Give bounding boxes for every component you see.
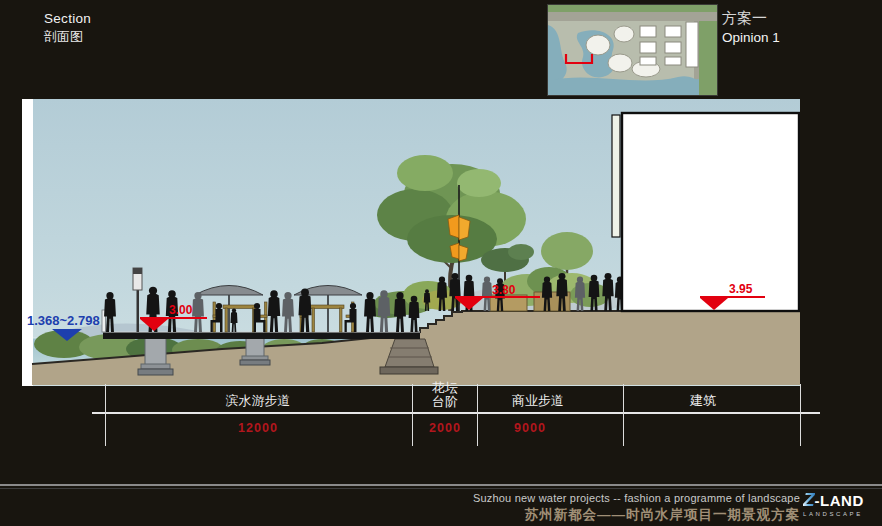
building-level-marker-icon (700, 298, 728, 310)
segment-label-planter-steps: 花坛台阶 (431, 381, 459, 409)
footer-project-title: Suzhou new water projects -- fashion a p… (473, 492, 800, 524)
logo-z-mark: Z (803, 491, 815, 508)
siteplan-thumbnail (547, 4, 718, 96)
logo-wordmark: -LAND (815, 492, 864, 509)
building-level-label: 3.95 (729, 282, 752, 296)
building-block (622, 113, 799, 311)
dimension-tick (105, 384, 106, 446)
water-level-label: 1.368~2.798 (27, 313, 100, 328)
scheme-name-chinese: 方案一 (722, 9, 780, 28)
dimension-tick (623, 384, 624, 446)
deck-level-label: 3.00 (169, 303, 192, 317)
dimension-tick (477, 384, 478, 446)
terrace-level-label: 3.80 (492, 283, 515, 297)
deck-level-marker-icon (140, 319, 168, 331)
dimension-line (92, 412, 820, 414)
title-chinese: 剖面图 (44, 28, 91, 46)
siteplan-graphic (548, 5, 717, 95)
footer-title-english: Suzhou new water projects -- fashion a p… (473, 492, 800, 504)
page-title: Section 剖面图 (44, 11, 91, 46)
segment-value-waterfront-walk: 12000 (238, 421, 278, 435)
logo-subtitle: LANDSCAPE (803, 511, 877, 517)
segment-label-waterfront-walk: 滨水游步道 (226, 392, 291, 410)
dimension-tick (800, 384, 801, 446)
scheme-name-english: Opinion 1 (722, 30, 780, 45)
footer-title-chinese: 苏州新都会——时尚水岸项目一期景观方案 (473, 506, 800, 524)
segment-value-commercial-walk: 9000 (514, 421, 546, 435)
title-english: Section (44, 11, 91, 26)
segment-value-planter-steps: 2000 (429, 421, 461, 435)
footer-divider (0, 484, 882, 486)
segment-label-commercial-walk: 商业步道 (512, 392, 564, 410)
building-sign-panel (612, 115, 620, 237)
dimension-tick (412, 384, 413, 446)
water-level-marker-icon (52, 329, 82, 341)
scheme-label: 方案一 Opinion 1 (722, 9, 780, 45)
terrace-level-marker-icon (455, 298, 483, 310)
deck (103, 332, 420, 339)
segment-label-building: 建筑 (690, 392, 716, 410)
footer-divider-shadow (0, 488, 882, 489)
left-white-strip (22, 99, 33, 386)
section-drawing: 1.368~2.798 3.00 3.80 3.95 (22, 99, 800, 386)
company-logo: Z-LAND LANDSCAPE (803, 491, 877, 517)
section-scene (22, 99, 800, 386)
presentation-slide: Section 剖面图 方案一 Opini (0, 0, 882, 526)
